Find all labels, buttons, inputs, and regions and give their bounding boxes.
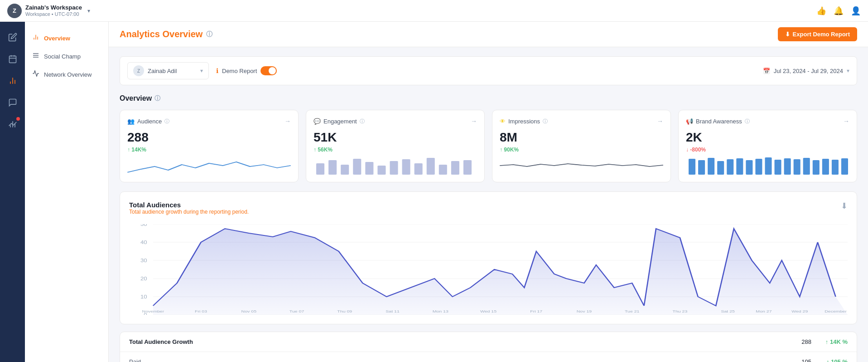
svg-rect-45	[841, 158, 848, 175]
brand-awareness-info-icon[interactable]: ⓘ	[745, 118, 750, 125]
demo-info-icon: ℹ	[216, 67, 218, 74]
svg-text:Thu 09: Thu 09	[337, 309, 352, 313]
svg-rect-20	[365, 162, 373, 175]
svg-text:Fri 03: Fri 03	[195, 309, 207, 313]
metric-card-engagement: 💬 Engagement ⓘ → 51K ↑ 56K%	[306, 110, 485, 182]
engagement-icon: 💬	[313, 118, 321, 125]
metric-card-audience: 👥 Audience ⓘ → 288 ↑ 14K%	[120, 110, 299, 182]
page-title: Analytics Overview ⓘ	[120, 29, 212, 39]
audience-value: 288	[127, 130, 291, 145]
total-audiences-section: Total Audiences Total audience growth du…	[120, 191, 857, 324]
svg-text:Thu 23: Thu 23	[673, 309, 688, 313]
nav-item-social-champ[interactable]: Social Champ	[25, 47, 108, 65]
svg-rect-33	[727, 159, 733, 175]
sidebar-item-calendar[interactable]	[3, 49, 23, 69]
left-nav: Overview Social Champ Network Overview	[25, 22, 109, 362]
nav-item-social-champ-label: Social Champ	[44, 53, 81, 60]
demo-report-label: Demo Report	[222, 68, 257, 74]
svg-text:Wed 29: Wed 29	[791, 309, 808, 313]
overview-info-icon[interactable]: ⓘ	[154, 94, 160, 103]
sidebar-item-compose[interactable]	[3, 27, 23, 47]
chart-container: 50 40 30 20 10 0	[129, 224, 848, 315]
metric-label-brand-awareness: 📢 Brand Awareness ⓘ	[686, 118, 750, 125]
svg-rect-0	[9, 56, 16, 63]
engagement-info-icon[interactable]: ⓘ	[360, 118, 365, 125]
workspace-avatar: Z	[7, 4, 22, 18]
audience-arrow-icon[interactable]: →	[285, 117, 291, 125]
sidebar-item-analytics[interactable]	[3, 71, 23, 91]
sidebar-item-reports[interactable]	[3, 114, 23, 134]
svg-rect-35	[746, 160, 752, 175]
engagement-arrow-icon[interactable]: →	[471, 117, 477, 125]
content-area: Analytics Overview ⓘ ⬇ Export Demo Repor…	[109, 22, 868, 362]
svg-rect-29	[689, 159, 695, 175]
brand-awareness-mini-chart	[686, 157, 849, 175]
reports-badge	[16, 117, 20, 121]
svg-rect-18	[341, 165, 349, 175]
chart-subtitle: Total audience growth during the reporti…	[129, 209, 249, 215]
stats-change-total: ↑ 14K %	[811, 338, 848, 345]
nav-item-network-overview-label: Network Overview	[44, 71, 92, 78]
account-selector[interactable]: Z Zainab Adil ▾	[127, 62, 209, 79]
workspace-info: Zainab's Workspace Workspace • UTC-07:00	[25, 4, 82, 17]
chart-download-icon[interactable]: ⬇	[841, 201, 848, 211]
area-chart-svg: 50 40 30 20 10 0	[129, 224, 848, 315]
content-header: Analytics Overview ⓘ ⬇ Export Demo Repor…	[109, 22, 868, 47]
impressions-info-icon[interactable]: ⓘ	[543, 118, 548, 125]
feedback-icon[interactable]: 👍	[816, 6, 826, 16]
workspace-chevron-icon[interactable]: ▾	[87, 8, 90, 14]
account-chevron-icon: ▾	[200, 68, 203, 74]
svg-text:November: November	[142, 309, 164, 313]
metric-header-engagement: 💬 Engagement ⓘ →	[313, 117, 477, 125]
svg-text:Wed 15: Wed 15	[480, 309, 497, 313]
svg-rect-30	[698, 160, 705, 175]
engagement-change: ↑ 56K%	[313, 147, 477, 153]
svg-rect-22	[390, 161, 398, 175]
metric-label-engagement: 💬 Engagement ⓘ	[313, 118, 365, 125]
brand-awareness-arrow-icon[interactable]: →	[843, 117, 849, 125]
metric-label-audience: 👥 Audience ⓘ	[127, 118, 169, 125]
demo-toggle[interactable]	[260, 66, 277, 75]
audience-info-icon[interactable]: ⓘ	[164, 118, 169, 125]
sidebar-item-social[interactable]	[3, 93, 23, 113]
stats-row-paid: Paid 105 ↑ 105 %	[120, 352, 857, 362]
demo-report-toggle: ℹ Demo Report	[216, 66, 277, 75]
stats-value-paid: 105	[784, 358, 811, 362]
bell-icon[interactable]: 🔔	[834, 6, 844, 16]
svg-text:Tue 07: Tue 07	[289, 309, 304, 313]
export-button[interactable]: ⬇ Export Demo Report	[778, 27, 857, 41]
page-title-info-icon[interactable]: ⓘ	[206, 30, 212, 39]
topbar-left: Z Zainab's Workspace Workspace • UTC-07:…	[7, 4, 90, 18]
toggle-knob	[269, 67, 276, 74]
brand-awareness-value: 2K	[686, 130, 849, 145]
nav-item-overview[interactable]: Overview	[25, 29, 108, 47]
audience-mini-chart	[127, 157, 291, 175]
audience-change: ↑ 14K%	[127, 147, 291, 153]
chart-header: Total Audiences Total audience growth du…	[129, 201, 848, 222]
metric-header-impressions: 👁 Impressions ⓘ →	[500, 117, 663, 125]
svg-text:40: 40	[140, 240, 147, 245]
svg-rect-38	[775, 160, 781, 175]
nav-item-network-overview[interactable]: Network Overview	[25, 65, 108, 83]
svg-rect-42	[813, 160, 820, 175]
page-title-text: Analytics Overview	[120, 29, 203, 39]
overview-section: Overview ⓘ 👥 Audience ⓘ →	[120, 94, 857, 182]
user-avatar-icon[interactable]: 👤	[851, 6, 861, 16]
overview-title-text: Overview	[120, 94, 152, 103]
engagement-value: 51K	[313, 130, 477, 145]
svg-rect-37	[765, 157, 772, 175]
svg-rect-21	[377, 166, 386, 175]
social-champ-icon	[32, 52, 39, 61]
stats-label-paid: Paid	[129, 358, 784, 362]
svg-rect-19	[353, 159, 361, 175]
content-scroll[interactable]: Z Zainab Adil ▾ ℹ Demo Report 📅 Jul 23,	[109, 47, 868, 362]
svg-rect-36	[755, 159, 762, 175]
date-range-picker[interactable]: 📅 Jul 23, 2024 - Jul 29, 2024 ▾	[763, 68, 849, 74]
export-button-label: Export Demo Report	[793, 31, 850, 38]
impressions-value: 8M	[500, 130, 663, 145]
svg-rect-32	[717, 161, 724, 175]
export-icon: ⬇	[785, 31, 790, 38]
impressions-arrow-icon[interactable]: →	[657, 117, 663, 125]
svg-text:10: 10	[140, 294, 147, 299]
main-layout: Overview Social Champ Network Overview A…	[0, 22, 868, 362]
